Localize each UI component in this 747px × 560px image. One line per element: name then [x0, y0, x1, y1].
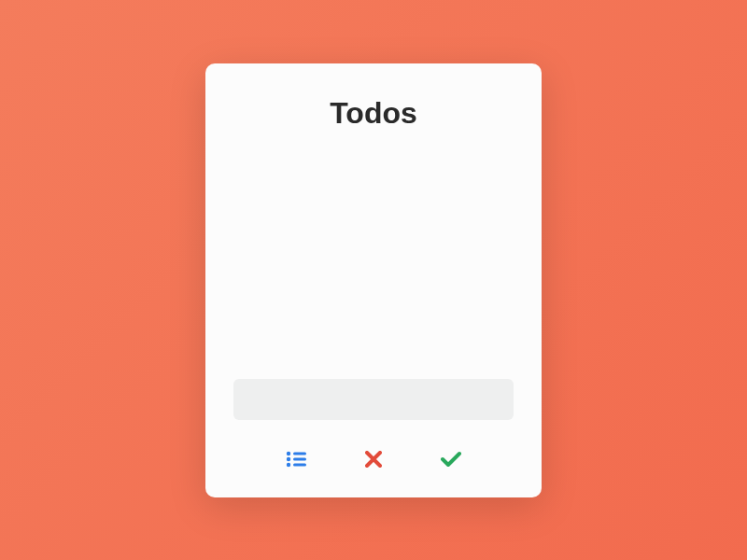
- clear-button[interactable]: [361, 447, 386, 471]
- todo-list-area: [233, 140, 514, 379]
- x-icon: [365, 451, 382, 468]
- svg-rect-5: [293, 463, 306, 466]
- page-title: Todos: [233, 96, 514, 131]
- svg-rect-1: [293, 452, 306, 455]
- todo-card: Todos: [205, 63, 542, 497]
- svg-rect-3: [293, 457, 306, 460]
- new-todo-input[interactable]: [233, 379, 514, 420]
- list-icon: [286, 451, 306, 468]
- svg-point-2: [287, 456, 290, 460]
- check-icon: [441, 451, 461, 468]
- complete-button[interactable]: [437, 447, 465, 471]
- footer-actions: [233, 443, 514, 471]
- show-all-button[interactable]: [282, 447, 310, 471]
- svg-point-4: [287, 462, 290, 466]
- svg-point-0: [287, 451, 290, 455]
- input-area: [233, 379, 514, 420]
